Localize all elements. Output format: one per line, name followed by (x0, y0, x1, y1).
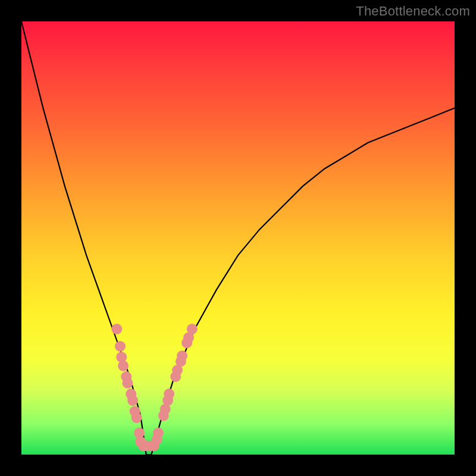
scatter-dot (164, 389, 174, 399)
scatter-dot (177, 350, 187, 361)
scatter-dot (111, 324, 122, 334)
scatter-dot (122, 378, 133, 389)
scatter-dots (111, 324, 198, 452)
scatter-dot (131, 412, 142, 423)
plot-area (21, 21, 455, 455)
bottleneck-curve (21, 21, 455, 455)
chart-frame: TheBottleneck.com (0, 0, 476, 476)
watermark-text: TheBottleneck.com (356, 4, 470, 19)
scatter-dot (187, 324, 198, 334)
scatter-dot (153, 428, 164, 439)
scatter-dot (127, 395, 138, 406)
scatter-dot (118, 361, 129, 371)
scatter-dot (115, 341, 126, 352)
chart-overlay (21, 21, 455, 455)
